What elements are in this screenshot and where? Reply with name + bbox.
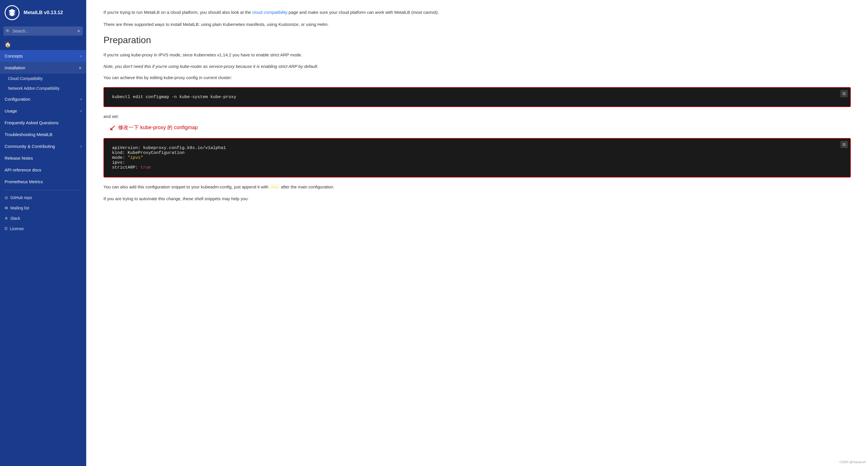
sidebar-item-installation[interactable]: Installation ∨: [0, 62, 86, 74]
sidebar-item-community[interactable]: Community & Contributing ›: [0, 140, 86, 152]
sidebar-item-faq[interactable]: Frequently Asked Questions: [0, 117, 86, 128]
sidebar-divider: [5, 190, 82, 190]
github-icon: ⊙: [5, 195, 8, 200]
sidebar-item-prometheus-label: Prometheus Metrics: [5, 179, 43, 184]
body-para-1: If you're using kube-proxy in IPVS mode,…: [103, 51, 851, 59]
chevron-right-icon-3: ›: [81, 109, 82, 113]
sidebar-sub-item-network-addon[interactable]: Network Addon Compatibility: [0, 83, 86, 93]
sidebar-github[interactable]: ⊙ GitHub repo: [0, 193, 86, 203]
italic-note: Note, you don't need this if you're usin…: [103, 63, 851, 70]
watermark: CSDN @Xiaopush: [840, 460, 866, 464]
body-para-5: If you are trying to automate this chang…: [103, 195, 851, 203]
sidebar-mailing[interactable]: ✉ Mailing list: [0, 203, 86, 213]
slack-icon: ✳: [5, 216, 8, 221]
copyright-icon: ©: [5, 226, 7, 231]
sidebar-item-api-ref-label: API reference docs: [5, 167, 41, 172]
sidebar-home-button[interactable]: 🏠: [0, 39, 86, 50]
sidebar-item-usage[interactable]: Usage ›: [0, 105, 86, 117]
sidebar-github-label: GitHub repo: [10, 195, 32, 200]
sidebar-title: MetalLB v0.13.12: [24, 10, 63, 16]
search-bar[interactable]: 🔍 ✕: [3, 26, 83, 36]
and-set-text: and set:: [103, 113, 851, 120]
sidebar-item-api-ref[interactable]: API reference docs: [0, 164, 86, 176]
main-content: If you're trying to run MetalLB on a clo…: [86, 0, 868, 466]
annotation-arrow: ↙ 修改一下 kube-proxy 的 configmap: [109, 124, 851, 132]
chevron-down-icon: ∨: [79, 66, 82, 70]
sidebar-item-faq-label: Frequently Asked Questions: [5, 120, 59, 125]
logo-icon: [8, 8, 17, 17]
sidebar-item-configuration-label: Configuration: [5, 97, 30, 101]
preparation-heading: Preparation: [103, 35, 851, 46]
sidebar-logo: [5, 5, 20, 20]
chevron-right-icon-4: ›: [81, 144, 82, 148]
sidebar-item-configuration[interactable]: Configuration ›: [0, 93, 86, 105]
sidebar-sub-item-cloud-compat[interactable]: Cloud Compatibility: [0, 74, 86, 83]
chevron-right-icon-2: ›: [81, 97, 82, 101]
body-para-3: You can achieve this by editing kube-pro…: [103, 74, 851, 81]
sidebar-license[interactable]: © License: [0, 224, 86, 234]
dashes-indicator: ---: [270, 184, 280, 190]
sidebar-item-release[interactable]: Release Notes: [0, 152, 86, 164]
sidebar-slack-label: Slack: [10, 216, 20, 221]
search-input[interactable]: [3, 26, 83, 36]
annotation-text: 修改一下 kube-proxy 的 configmap: [118, 124, 198, 131]
sidebar-item-troubleshooting[interactable]: Troubleshooting MetalLB: [0, 128, 86, 140]
clear-search-button[interactable]: ✕: [77, 29, 81, 33]
intro-paragraph-1: If you're trying to run MetalLB on a clo…: [103, 9, 851, 16]
home-icon: 🏠: [5, 42, 11, 48]
sidebar-item-concepts[interactable]: Concepts ›: [0, 50, 86, 62]
sidebar-item-troubleshooting-label: Troubleshooting MetalLB: [5, 132, 52, 137]
search-icon: 🔍: [6, 29, 10, 33]
sidebar-header: MetalLB v0.13.12: [0, 0, 86, 25]
code-block-2-wrapper: apiVersion: kubeproxy.config.k8s.io/v1al…: [103, 138, 851, 177]
intro-paragraph-2: There are three supported ways to instal…: [103, 21, 851, 28]
sidebar-item-release-label: Release Notes: [5, 156, 33, 161]
sidebar-item-community-label: Community & Contributing: [5, 144, 55, 149]
chevron-right-icon: ›: [81, 54, 82, 58]
body-para-4: You can also add this configuration snip…: [103, 183, 851, 191]
sidebar-item-installation-label: Installation: [5, 65, 25, 70]
sidebar-item-concepts-label: Concepts: [5, 54, 23, 58]
cloud-compatibility-link[interactable]: cloud compatibility: [252, 10, 287, 15]
code-block-1: kubectl edit configmap -n kube-system ku…: [103, 87, 851, 107]
sidebar-item-prometheus[interactable]: Prometheus Metrics: [0, 176, 86, 187]
arrow-icon: ↙: [109, 123, 116, 132]
sidebar-slack[interactable]: ✳ Slack: [0, 213, 86, 224]
copy-button-2[interactable]: ⧉: [840, 141, 848, 148]
mail-icon: ✉: [5, 206, 8, 210]
code-block-2: apiVersion: kubeproxy.config.k8s.io/v1al…: [103, 138, 851, 177]
copy-button-1[interactable]: ⧉: [840, 90, 848, 97]
code-block-1-wrapper: kubectl edit configmap -n kube-system ku…: [103, 87, 851, 107]
sidebar-mailing-label: Mailing list: [10, 206, 29, 210]
sidebar-license-label: License: [10, 226, 24, 231]
sidebar: MetalLB v0.13.12 🔍 ✕ 🏠 Concepts › Instal…: [0, 0, 86, 466]
sidebar-item-usage-label: Usage: [5, 109, 17, 113]
